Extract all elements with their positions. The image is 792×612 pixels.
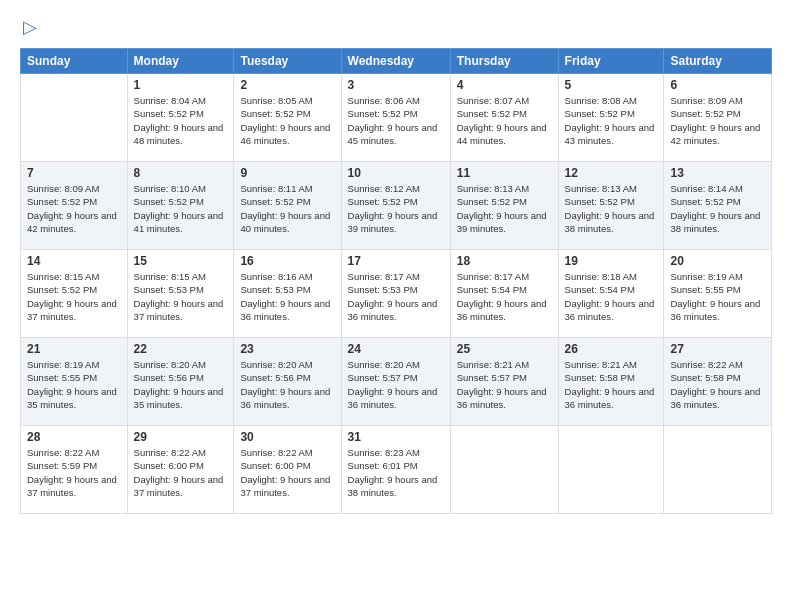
day-number: 6 (670, 78, 765, 92)
calendar-cell: 13 Sunrise: 8:14 AMSunset: 5:52 PMDaylig… (664, 162, 772, 250)
weekday-header-monday: Monday (127, 49, 234, 74)
calendar-cell: 17 Sunrise: 8:17 AMSunset: 5:53 PMDaylig… (341, 250, 450, 338)
calendar-cell (664, 426, 772, 514)
day-number: 17 (348, 254, 444, 268)
day-number: 2 (240, 78, 334, 92)
calendar-cell: 16 Sunrise: 8:16 AMSunset: 5:53 PMDaylig… (234, 250, 341, 338)
day-info: Sunrise: 8:22 AMSunset: 6:00 PMDaylight:… (134, 446, 228, 499)
page: ▷ SundayMondayTuesdayWednesdayThursdayFr… (0, 0, 792, 612)
day-info: Sunrise: 8:20 AMSunset: 5:57 PMDaylight:… (348, 358, 444, 411)
calendar-cell: 2 Sunrise: 8:05 AMSunset: 5:52 PMDayligh… (234, 74, 341, 162)
day-info: Sunrise: 8:10 AMSunset: 5:52 PMDaylight:… (134, 182, 228, 235)
day-number: 20 (670, 254, 765, 268)
day-number: 4 (457, 78, 552, 92)
day-number: 30 (240, 430, 334, 444)
calendar-cell: 1 Sunrise: 8:04 AMSunset: 5:52 PMDayligh… (127, 74, 234, 162)
calendar: SundayMondayTuesdayWednesdayThursdayFrid… (20, 48, 772, 514)
day-number: 15 (134, 254, 228, 268)
calendar-cell: 11 Sunrise: 8:13 AMSunset: 5:52 PMDaylig… (450, 162, 558, 250)
calendar-cell: 23 Sunrise: 8:20 AMSunset: 5:56 PMDaylig… (234, 338, 341, 426)
day-info: Sunrise: 8:21 AMSunset: 5:57 PMDaylight:… (457, 358, 552, 411)
day-number: 3 (348, 78, 444, 92)
day-number: 23 (240, 342, 334, 356)
calendar-cell (558, 426, 664, 514)
day-info: Sunrise: 8:17 AMSunset: 5:54 PMDaylight:… (457, 270, 552, 323)
day-info: Sunrise: 8:22 AMSunset: 6:00 PMDaylight:… (240, 446, 334, 499)
calendar-cell: 20 Sunrise: 8:19 AMSunset: 5:55 PMDaylig… (664, 250, 772, 338)
calendar-cell: 18 Sunrise: 8:17 AMSunset: 5:54 PMDaylig… (450, 250, 558, 338)
day-number: 13 (670, 166, 765, 180)
day-number: 7 (27, 166, 121, 180)
day-number: 14 (27, 254, 121, 268)
calendar-cell: 5 Sunrise: 8:08 AMSunset: 5:52 PMDayligh… (558, 74, 664, 162)
day-info: Sunrise: 8:14 AMSunset: 5:52 PMDaylight:… (670, 182, 765, 235)
calendar-cell: 27 Sunrise: 8:22 AMSunset: 5:58 PMDaylig… (664, 338, 772, 426)
weekday-header-tuesday: Tuesday (234, 49, 341, 74)
day-info: Sunrise: 8:09 AMSunset: 5:52 PMDaylight:… (670, 94, 765, 147)
day-number: 25 (457, 342, 552, 356)
day-number: 31 (348, 430, 444, 444)
day-number: 5 (565, 78, 658, 92)
day-number: 1 (134, 78, 228, 92)
day-info: Sunrise: 8:20 AMSunset: 5:56 PMDaylight:… (240, 358, 334, 411)
day-info: Sunrise: 8:16 AMSunset: 5:53 PMDaylight:… (240, 270, 334, 323)
day-info: Sunrise: 8:11 AMSunset: 5:52 PMDaylight:… (240, 182, 334, 235)
day-number: 29 (134, 430, 228, 444)
day-number: 19 (565, 254, 658, 268)
day-info: Sunrise: 8:13 AMSunset: 5:52 PMDaylight:… (565, 182, 658, 235)
calendar-cell: 14 Sunrise: 8:15 AMSunset: 5:52 PMDaylig… (21, 250, 128, 338)
week-row-1: 7 Sunrise: 8:09 AMSunset: 5:52 PMDayligh… (21, 162, 772, 250)
day-info: Sunrise: 8:13 AMSunset: 5:52 PMDaylight:… (457, 182, 552, 235)
calendar-cell: 15 Sunrise: 8:15 AMSunset: 5:53 PMDaylig… (127, 250, 234, 338)
calendar-cell: 19 Sunrise: 8:18 AMSunset: 5:54 PMDaylig… (558, 250, 664, 338)
calendar-cell (450, 426, 558, 514)
day-number: 18 (457, 254, 552, 268)
week-row-0: 1 Sunrise: 8:04 AMSunset: 5:52 PMDayligh… (21, 74, 772, 162)
calendar-cell: 10 Sunrise: 8:12 AMSunset: 5:52 PMDaylig… (341, 162, 450, 250)
day-info: Sunrise: 8:20 AMSunset: 5:56 PMDaylight:… (134, 358, 228, 411)
calendar-cell: 9 Sunrise: 8:11 AMSunset: 5:52 PMDayligh… (234, 162, 341, 250)
calendar-cell: 12 Sunrise: 8:13 AMSunset: 5:52 PMDaylig… (558, 162, 664, 250)
weekday-header-row: SundayMondayTuesdayWednesdayThursdayFrid… (21, 49, 772, 74)
day-info: Sunrise: 8:15 AMSunset: 5:53 PMDaylight:… (134, 270, 228, 323)
calendar-cell: 8 Sunrise: 8:10 AMSunset: 5:52 PMDayligh… (127, 162, 234, 250)
day-number: 22 (134, 342, 228, 356)
day-number: 11 (457, 166, 552, 180)
day-number: 9 (240, 166, 334, 180)
calendar-cell (21, 74, 128, 162)
logo-bird-icon: ▷ (23, 16, 37, 38)
day-info: Sunrise: 8:04 AMSunset: 5:52 PMDaylight:… (134, 94, 228, 147)
calendar-cell: 6 Sunrise: 8:09 AMSunset: 5:52 PMDayligh… (664, 74, 772, 162)
weekday-header-saturday: Saturday (664, 49, 772, 74)
day-info: Sunrise: 8:21 AMSunset: 5:58 PMDaylight:… (565, 358, 658, 411)
day-info: Sunrise: 8:05 AMSunset: 5:52 PMDaylight:… (240, 94, 334, 147)
calendar-cell: 28 Sunrise: 8:22 AMSunset: 5:59 PMDaylig… (21, 426, 128, 514)
calendar-cell: 4 Sunrise: 8:07 AMSunset: 5:52 PMDayligh… (450, 74, 558, 162)
day-number: 24 (348, 342, 444, 356)
day-info: Sunrise: 8:19 AMSunset: 5:55 PMDaylight:… (670, 270, 765, 323)
week-row-4: 28 Sunrise: 8:22 AMSunset: 5:59 PMDaylig… (21, 426, 772, 514)
day-number: 10 (348, 166, 444, 180)
weekday-header-sunday: Sunday (21, 49, 128, 74)
calendar-cell: 25 Sunrise: 8:21 AMSunset: 5:57 PMDaylig… (450, 338, 558, 426)
header: ▷ (20, 16, 772, 38)
day-info: Sunrise: 8:12 AMSunset: 5:52 PMDaylight:… (348, 182, 444, 235)
calendar-cell: 24 Sunrise: 8:20 AMSunset: 5:57 PMDaylig… (341, 338, 450, 426)
calendar-cell: 7 Sunrise: 8:09 AMSunset: 5:52 PMDayligh… (21, 162, 128, 250)
calendar-cell: 30 Sunrise: 8:22 AMSunset: 6:00 PMDaylig… (234, 426, 341, 514)
day-number: 16 (240, 254, 334, 268)
day-info: Sunrise: 8:07 AMSunset: 5:52 PMDaylight:… (457, 94, 552, 147)
day-number: 21 (27, 342, 121, 356)
weekday-header-wednesday: Wednesday (341, 49, 450, 74)
day-info: Sunrise: 8:19 AMSunset: 5:55 PMDaylight:… (27, 358, 121, 411)
day-number: 8 (134, 166, 228, 180)
day-number: 27 (670, 342, 765, 356)
week-row-2: 14 Sunrise: 8:15 AMSunset: 5:52 PMDaylig… (21, 250, 772, 338)
day-info: Sunrise: 8:08 AMSunset: 5:52 PMDaylight:… (565, 94, 658, 147)
day-info: Sunrise: 8:22 AMSunset: 5:59 PMDaylight:… (27, 446, 121, 499)
week-row-3: 21 Sunrise: 8:19 AMSunset: 5:55 PMDaylig… (21, 338, 772, 426)
day-info: Sunrise: 8:06 AMSunset: 5:52 PMDaylight:… (348, 94, 444, 147)
calendar-cell: 31 Sunrise: 8:23 AMSunset: 6:01 PMDaylig… (341, 426, 450, 514)
calendar-cell: 3 Sunrise: 8:06 AMSunset: 5:52 PMDayligh… (341, 74, 450, 162)
day-number: 12 (565, 166, 658, 180)
